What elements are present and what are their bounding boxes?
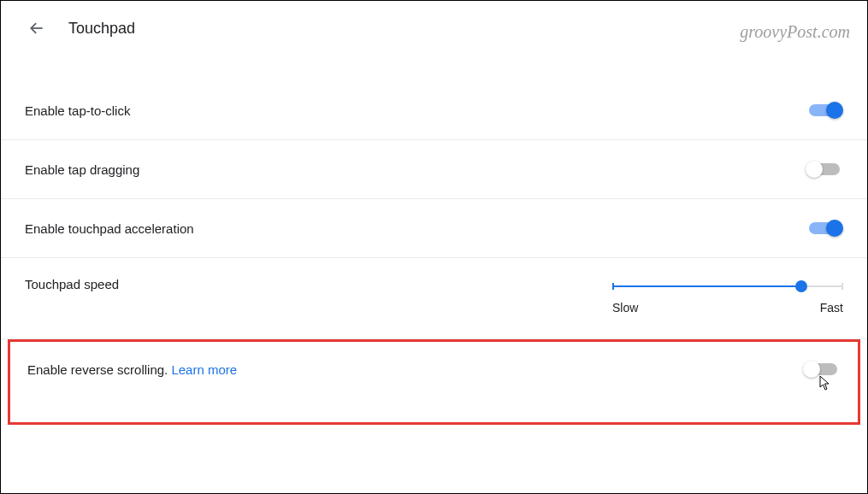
back-arrow-icon[interactable] [27,18,47,38]
settings-list: Enable tap-to-click Enable tap dragging … [1,81,867,425]
setting-tap-to-click: Enable tap-to-click [1,81,867,140]
setting-label: Enable tap dragging [25,162,139,177]
header: Touchpad [1,1,867,47]
learn-more-link[interactable]: Learn more [171,362,237,377]
slider-max-label: Fast [820,301,843,315]
page-title: Touchpad [68,20,135,38]
setting-touchpad-acceleration: Enable touchpad acceleration [1,199,867,258]
toggle-tap-to-click[interactable] [806,100,843,121]
setting-label: Touchpad speed [25,277,119,291]
slider-thumb[interactable] [795,280,807,292]
setting-touchpad-speed: Touchpad speed Slow Fast [1,258,867,339]
watermark: groovyPost.com [740,22,850,42]
toggle-tap-dragging[interactable] [806,159,843,179]
speed-slider[interactable]: Slow Fast [612,277,843,315]
setting-tap-dragging: Enable tap dragging [1,140,867,199]
toggle-reverse-scrolling[interactable] [803,359,841,379]
toggle-touchpad-acceleration[interactable] [806,218,843,238]
setting-label: Enable touchpad acceleration [25,221,194,236]
setting-label: Enable reverse scrolling. Learn more [27,362,237,377]
setting-reverse-scrolling-highlighted: Enable reverse scrolling. Learn more [8,339,860,425]
slider-min-label: Slow [612,301,638,315]
setting-label: Enable tap-to-click [25,103,130,118]
